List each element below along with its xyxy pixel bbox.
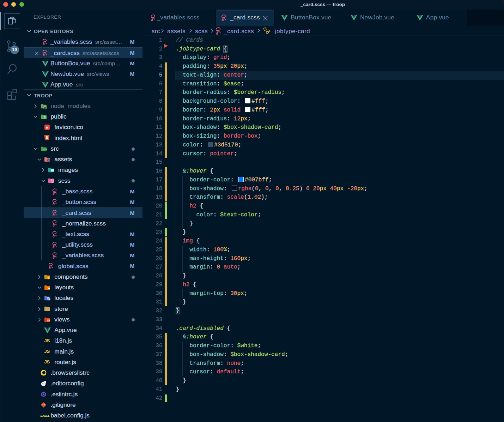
- svg-text:<>: <>: [47, 319, 50, 322]
- svg-text:JS: JS: [44, 107, 46, 108]
- svg-text:</>: </>: [43, 148, 47, 151]
- svg-text:★: ★: [45, 125, 49, 129]
- svg-text:文: 文: [48, 299, 50, 301]
- svg-text:5: 5: [46, 136, 48, 140]
